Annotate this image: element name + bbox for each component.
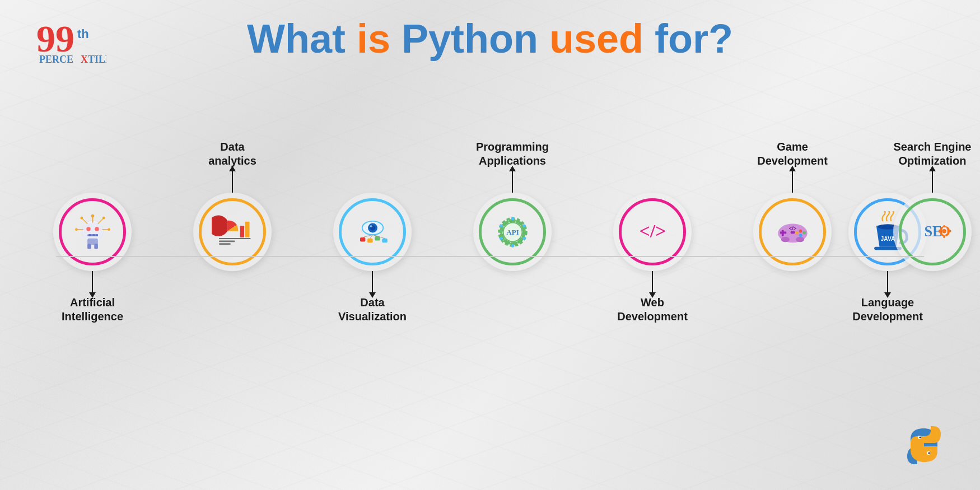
svg-point-53 (500, 224, 503, 227)
seo-label: Search EngineOptimization (894, 134, 972, 168)
svg-rect-27 (245, 221, 250, 237)
svg-point-12 (80, 216, 83, 219)
connector-line (56, 256, 924, 257)
seo-circle: SE O (893, 193, 972, 271)
python-logo (902, 423, 946, 468)
svg-rect-57 (781, 230, 783, 236)
use-case-web-dev: </> WebDevelopment (594, 134, 711, 329)
svg-point-58 (799, 229, 802, 232)
svg-point-65 (796, 236, 804, 241)
svg-rect-37 (367, 238, 372, 242)
web-dev-arrow (652, 271, 653, 293)
svg-rect-76 (949, 230, 951, 232)
main-title: What is Python used for? (0, 17, 980, 61)
svg-point-14 (102, 216, 105, 219)
svg-point-16 (75, 228, 78, 231)
data-viz-label: DataVisualization (338, 296, 407, 329)
svg-point-52 (500, 236, 503, 240)
svg-point-59 (802, 231, 806, 234)
svg-point-61 (795, 231, 799, 234)
ai-label: ArtificialIntelligence (62, 296, 123, 329)
svg-text:</>: </> (788, 225, 796, 231)
web-dev-circle: </> (613, 193, 692, 271)
title-what: What (247, 16, 357, 61)
ai-arrow-down (92, 271, 93, 293)
data-analytics-arrow (232, 170, 233, 193)
svg-rect-21 (94, 244, 98, 249)
svg-point-72 (942, 228, 946, 233)
game-dev-circle: </> (753, 193, 832, 271)
ai-circle-icon (53, 193, 132, 271)
svg-point-60 (799, 234, 802, 237)
svg-text:API: API (506, 228, 519, 236)
data-viz-arrow (372, 271, 373, 293)
svg-rect-73 (943, 225, 945, 227)
svg-rect-24 (92, 234, 95, 236)
svg-point-51 (511, 244, 514, 248)
title-used: used (549, 16, 655, 61)
svg-point-48 (511, 217, 514, 220)
prog-apps-arrow (512, 170, 513, 193)
svg-line-11 (82, 218, 87, 223)
data-analytics-label: Dataanalytics (208, 134, 256, 168)
svg-rect-74 (943, 236, 945, 238)
svg-point-78 (920, 437, 921, 438)
svg-point-7 (86, 227, 91, 231)
svg-rect-75 (938, 230, 940, 232)
svg-rect-23 (88, 234, 91, 236)
svg-rect-20 (87, 244, 91, 249)
seo-arrow (932, 170, 933, 193)
use-case-seo: Search EngineOptimization SE O (874, 134, 980, 327)
use-case-data-analytics: Dataanalytics (174, 134, 291, 327)
page-wrapper: 99 th PERCE X TILE What is Python used f… (0, 0, 980, 490)
svg-point-8 (95, 227, 99, 231)
svg-rect-62 (790, 231, 795, 234)
svg-point-10 (91, 214, 94, 217)
svg-point-18 (108, 228, 110, 231)
prog-apps-circle: API (473, 193, 552, 271)
svg-point-64 (781, 236, 789, 241)
svg-rect-39 (382, 238, 387, 242)
use-case-data-viz: DataVisualization (314, 134, 431, 329)
title-python: Python (402, 16, 549, 61)
svg-point-80 (928, 452, 930, 454)
svg-point-49 (522, 224, 526, 227)
svg-line-13 (97, 218, 102, 223)
svg-rect-29 (219, 240, 235, 242)
data-analytics-circle (193, 193, 272, 271)
web-dev-label: WebDevelopment (617, 296, 688, 329)
game-dev-arrow (792, 170, 793, 193)
title-is: is (357, 16, 402, 61)
data-viz-circle (333, 193, 412, 271)
use-case-ai: ArtificialIntelligence (34, 134, 151, 329)
game-dev-label: GameDevelopment (757, 134, 828, 168)
title-for: for? (655, 16, 733, 61)
svg-point-35 (370, 225, 372, 227)
svg-point-50 (522, 236, 526, 240)
prog-apps-label: ProgrammingApplications (476, 134, 549, 168)
svg-text:</>: </> (639, 220, 666, 241)
svg-rect-26 (240, 226, 244, 237)
svg-rect-30 (219, 243, 231, 245)
use-case-prog-apps: ProgrammingApplications API (454, 134, 571, 327)
svg-rect-36 (360, 237, 365, 241)
svg-rect-25 (96, 234, 98, 236)
